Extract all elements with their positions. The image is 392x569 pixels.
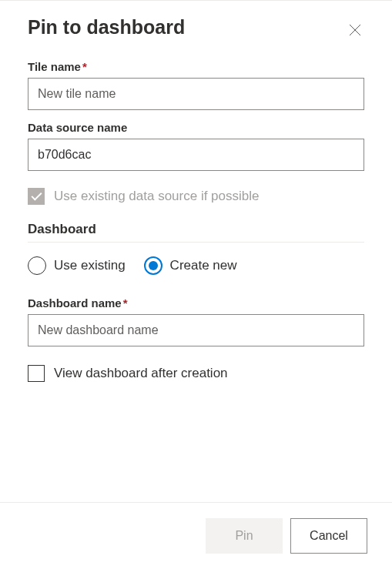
tile-name-label: Tile name* xyxy=(28,60,364,73)
tile-name-label-text: Tile name xyxy=(28,60,81,73)
close-icon xyxy=(349,24,361,36)
dashboard-name-group: Dashboard name* xyxy=(28,296,364,346)
data-source-name-group: Data source name xyxy=(28,121,364,171)
view-after-creation-label: View dashboard after creation xyxy=(54,366,228,381)
view-after-creation-checkbox[interactable] xyxy=(28,365,45,382)
radio-use-existing-label: Use existing xyxy=(54,258,126,273)
use-existing-data-source-row: Use existing data source if possible xyxy=(28,188,364,205)
dashboard-name-label: Dashboard name* xyxy=(28,296,364,310)
cancel-button[interactable]: Cancel xyxy=(290,518,367,554)
dashboard-section-heading: Dashboard xyxy=(28,222,364,243)
tile-name-group: Tile name* xyxy=(28,60,364,110)
radio-create-new[interactable]: Create new xyxy=(144,256,237,275)
radio-create-new-circle xyxy=(144,256,162,275)
dialog-footer: Pin Cancel xyxy=(0,502,392,569)
dialog-content: Pin to dashboard Tile name* Data source … xyxy=(0,1,392,502)
dashboard-radio-group: Use existing Create new xyxy=(28,256,364,275)
view-after-creation-row: View dashboard after creation xyxy=(28,365,364,382)
radio-use-existing[interactable]: Use existing xyxy=(28,256,126,275)
radio-create-new-label: Create new xyxy=(170,258,237,273)
radio-use-existing-circle xyxy=(28,256,46,275)
use-existing-data-source-checkbox xyxy=(28,188,45,205)
dashboard-name-label-text: Dashboard name xyxy=(28,296,122,310)
dashboard-name-input[interactable] xyxy=(28,314,364,346)
required-indicator: * xyxy=(82,60,87,73)
required-indicator: * xyxy=(123,296,128,310)
dialog-title: Pin to dashboard xyxy=(28,16,185,38)
dialog-header: Pin to dashboard xyxy=(28,16,364,42)
use-existing-data-source-label: Use existing data source if possible xyxy=(54,189,259,204)
pin-button[interactable]: Pin xyxy=(206,518,283,554)
data-source-name-input[interactable] xyxy=(28,139,364,171)
close-button[interactable] xyxy=(346,21,364,42)
data-source-name-label: Data source name xyxy=(28,121,364,134)
tile-name-input[interactable] xyxy=(28,78,364,110)
